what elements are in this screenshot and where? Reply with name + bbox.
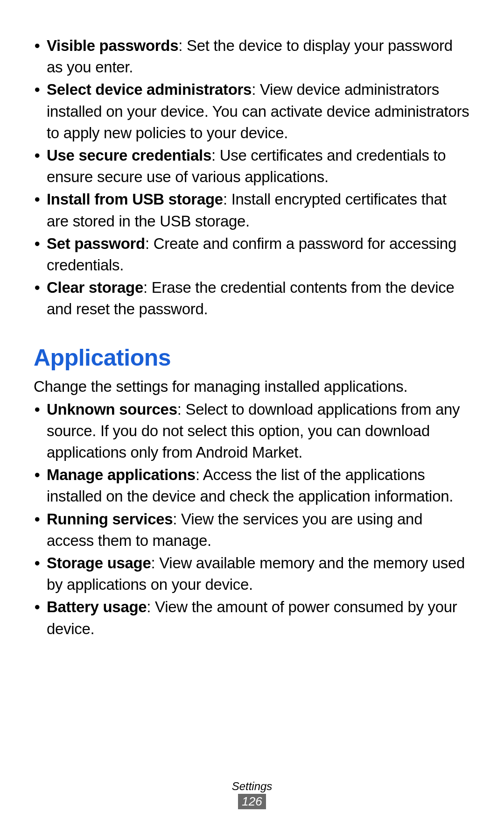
page-number: 126 xyxy=(238,794,266,809)
term: Visible passwords xyxy=(47,37,178,54)
applications-intro: Change the settings for managing install… xyxy=(34,376,470,397)
list-item: Unknown sources: Select to download appl… xyxy=(34,399,470,464)
list-item: Manage applications: Access the list of … xyxy=(34,464,470,507)
list-item: Battery usage: View the amount of power … xyxy=(34,596,470,639)
term: Battery usage xyxy=(47,598,147,615)
applications-settings-list: Unknown sources: Select to download appl… xyxy=(34,399,470,640)
term: Unknown sources xyxy=(47,401,177,418)
list-item: Visible passwords: Set the device to dis… xyxy=(34,35,470,78)
security-settings-list: Visible passwords: Set the device to dis… xyxy=(34,35,470,320)
term: Use secure credentials xyxy=(47,147,211,164)
list-item: Set password: Create and confirm a passw… xyxy=(34,233,470,276)
list-item: Storage usage: View available memory and… xyxy=(34,552,470,595)
list-item: Clear storage: Erase the credential cont… xyxy=(34,277,470,320)
list-item: Install from USB storage: Install encryp… xyxy=(34,189,470,232)
list-item: Running services: View the services you … xyxy=(34,509,470,551)
term: Running services xyxy=(47,510,173,528)
term: Select device administrators xyxy=(47,81,252,98)
list-item: Select device administrators: View devic… xyxy=(34,79,470,144)
page-content: Visible passwords: Set the device to dis… xyxy=(0,0,504,640)
term: Manage applications xyxy=(47,466,196,483)
term: Clear storage xyxy=(47,279,143,296)
list-item: Use secure credentials: Use certificates… xyxy=(34,145,470,188)
applications-heading: Applications xyxy=(34,344,470,371)
page-footer: Settings 126 xyxy=(0,780,504,809)
term: Install from USB storage xyxy=(47,191,223,208)
term: Set password xyxy=(47,235,145,252)
footer-section-label: Settings xyxy=(0,780,504,793)
term: Storage usage xyxy=(47,554,151,572)
